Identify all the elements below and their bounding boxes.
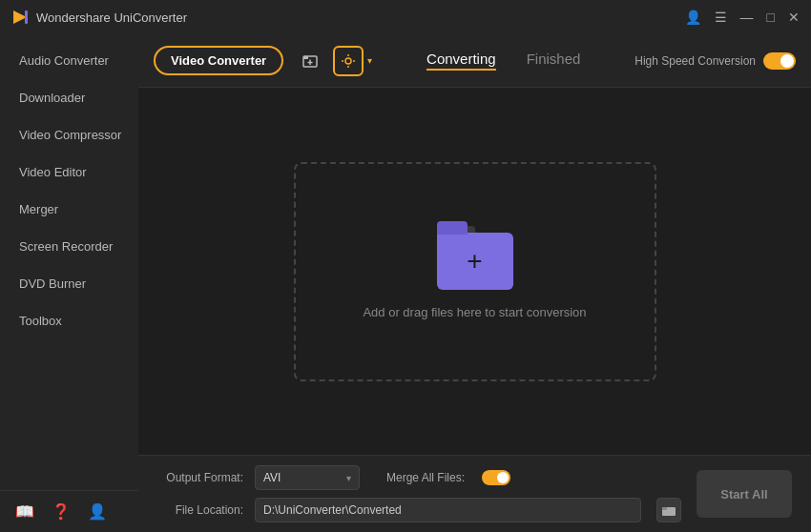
sidebar-item-downloader[interactable]: Downloader (0, 79, 138, 116)
format-select[interactable]: AVI ▾ (255, 465, 360, 490)
add-files-button[interactable] (295, 46, 325, 76)
svg-point-7 (347, 54, 349, 56)
app-logo (11, 9, 29, 26)
file-location-input[interactable]: D:\UniConverter\Converted (255, 498, 641, 522)
toolbar-right: High Speed Conversion (634, 52, 796, 70)
help-icon[interactable]: ❓ (52, 502, 71, 521)
toolbar-icons: ▾ (295, 46, 372, 76)
sidebar: Audio Converter Downloader Video Compres… (0, 34, 138, 532)
browse-folder-button[interactable] (656, 498, 681, 522)
output-format-row: Output Format: AVI ▾ Merge All Files: (157, 465, 681, 490)
high-speed-label: High Speed Conversion (634, 54, 756, 68)
maximize-button[interactable]: □ (767, 10, 775, 25)
merge-label: Merge All Files: (386, 471, 465, 484)
sidebar-item-toolbox[interactable]: Toolbox (0, 302, 138, 339)
sidebar-item-video-editor[interactable]: Video Editor (0, 153, 138, 191)
file-location-value: D:\UniConverter\Converted (263, 503, 402, 517)
svg-point-9 (342, 60, 343, 62)
app-title: Wondershare UniConverter (36, 10, 685, 25)
content-area: Video Converter (138, 34, 811, 532)
sidebar-item-audio-converter[interactable]: Audio Converter (0, 42, 138, 79)
account-icon[interactable]: 👤 (685, 10, 701, 25)
sidebar-item-merger[interactable]: Merger (0, 191, 138, 228)
tab-finished[interactable]: Finished (527, 51, 581, 71)
format-chevron-icon: ▾ (346, 473, 351, 483)
file-location-label: File Location: (157, 503, 243, 517)
sidebar-item-screen-recorder[interactable]: Screen Recorder (0, 228, 138, 265)
start-all-button[interactable]: Start All (697, 470, 792, 518)
svg-rect-1 (25, 10, 28, 24)
minimize-button[interactable]: — (740, 10, 754, 25)
drop-zone-container: + Add or drag files here to start conver… (138, 88, 811, 455)
title-bar: Wondershare UniConverter 👤 ☰ — □ ✕ (0, 0, 811, 34)
high-speed-toggle[interactable] (763, 52, 796, 70)
drop-zone-text: Add or drag files here to start conversi… (363, 305, 586, 319)
output-format-label: Output Format: (157, 471, 243, 484)
tab-converting[interactable]: Converting (426, 51, 496, 71)
drop-zone[interactable]: + Add or drag files here to start conver… (294, 162, 656, 381)
settings-button[interactable] (333, 46, 364, 76)
svg-rect-12 (662, 507, 667, 510)
svg-marker-0 (13, 10, 27, 24)
toolbar-tabs: Converting Finished (372, 51, 634, 71)
svg-point-10 (353, 60, 355, 62)
sidebar-footer: 📖 ❓ 👤 (0, 490, 138, 532)
svg-rect-3 (303, 56, 308, 59)
window-controls: 👤 ☰ — □ ✕ (685, 10, 800, 25)
plus-icon: + (467, 248, 482, 275)
video-converter-button[interactable]: Video Converter (154, 46, 283, 75)
bottom-fields: Output Format: AVI ▾ Merge All Files: Fi… (157, 465, 681, 522)
svg-point-6 (345, 58, 351, 64)
bottom-bar: Output Format: AVI ▾ Merge All Files: Fi… (138, 455, 811, 532)
book-icon[interactable]: 📖 (15, 502, 34, 521)
format-value: AVI (263, 471, 281, 484)
sidebar-item-video-compressor[interactable]: Video Compressor (0, 116, 138, 153)
merge-toggle[interactable] (482, 470, 510, 485)
main-layout: Audio Converter Downloader Video Compres… (0, 34, 811, 532)
menu-icon[interactable]: ☰ (715, 10, 727, 25)
toolbar: Video Converter (138, 34, 811, 88)
svg-point-8 (347, 66, 349, 68)
sidebar-item-dvd-burner[interactable]: DVD Burner (0, 265, 138, 302)
user-icon[interactable]: 👤 (88, 502, 107, 521)
file-location-row: File Location: D:\UniConverter\Converted (157, 498, 681, 522)
close-button[interactable]: ✕ (788, 10, 800, 25)
folder-icon: + (437, 223, 513, 290)
